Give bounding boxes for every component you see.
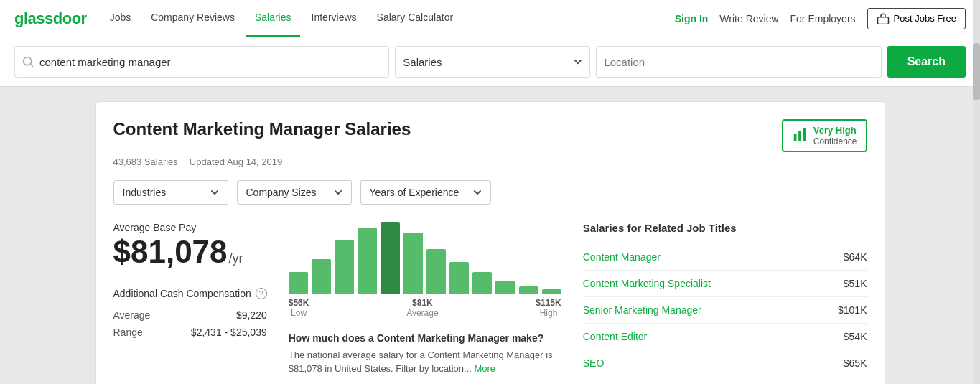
- search-bar: Salaries Search: [0, 37, 980, 87]
- related-job-row-1: Content Marketing Specialist$51K: [583, 271, 867, 297]
- scrollbar-thumb: [973, 43, 980, 100]
- related-job-row-4: SEO$65K: [583, 350, 867, 376]
- chart-bar-5: [403, 233, 423, 294]
- comp-average-row: Average $9,220: [113, 306, 267, 324]
- nav-right: Sign In Write Review For Employers Post …: [675, 8, 966, 29]
- chart-label-avg: $81K Average: [406, 298, 438, 318]
- svg-rect-3: [794, 134, 797, 141]
- related-title: Salaries for Related Job Titles: [583, 222, 867, 234]
- related-job-salary-2: $101K: [838, 304, 867, 316]
- chart-bar-8: [472, 272, 492, 294]
- related-job-salary-0: $64K: [844, 251, 867, 263]
- nav-salaries[interactable]: Salaries: [246, 0, 300, 37]
- industries-label: Industries: [123, 187, 167, 198]
- card-title: Content Marketing Manager Salaries: [113, 119, 411, 139]
- related-job-salary-3: $54K: [844, 331, 867, 342]
- related-job-link-4[interactable]: SEO: [583, 357, 605, 369]
- comp-average-value: $9,220: [236, 309, 267, 321]
- related-job-salary-1: $51K: [844, 278, 867, 289]
- avg-base-period: /yr: [229, 251, 243, 266]
- write-review-link[interactable]: Write Review: [719, 13, 778, 24]
- related-jobs-section: Salaries for Related Job Titles Content …: [583, 222, 867, 376]
- briefcase-icon: [877, 13, 890, 24]
- search-button[interactable]: Search: [887, 46, 966, 78]
- chart-desc-text: The national average salary for a Conten…: [289, 348, 561, 376]
- chart-bar-0: [289, 272, 308, 294]
- chart-bar-3: [358, 228, 377, 294]
- nav-company-reviews[interactable]: Company Reviews: [142, 0, 243, 37]
- related-job-row-2: Senior Marketing Manager$101K: [583, 297, 867, 324]
- location-input[interactable]: [604, 56, 873, 68]
- avg-base-amount: $81,078: [113, 236, 228, 268]
- industries-filter[interactable]: Industries: [113, 180, 228, 205]
- chart-bar-4: [381, 222, 400, 294]
- related-job-salary-4: $65K: [844, 357, 867, 369]
- post-jobs-label: Post Jobs Free: [894, 13, 956, 24]
- company-sizes-filter[interactable]: Company Sizes: [237, 180, 352, 205]
- sign-in-link[interactable]: Sign In: [675, 13, 709, 24]
- search-type-label: Salaries: [403, 56, 442, 68]
- card-meta: 43,683 Salaries Updated Aug 14, 2019: [113, 156, 867, 167]
- for-employers-link[interactable]: For Employers: [790, 13, 856, 24]
- company-sizes-label: Company Sizes: [246, 187, 317, 198]
- left-section: Average Base Pay $81,078 /yr Additional …: [113, 222, 267, 376]
- cash-comp-section: Additional Cash Compensation ? Average $…: [113, 288, 267, 341]
- related-job-link-0[interactable]: Content Manager: [583, 251, 661, 263]
- chart-description: How much does a Content Marketing Manage…: [289, 332, 561, 376]
- card-header: Content Marketing Manager Salaries Very …: [113, 119, 867, 152]
- chevron-down-icon: [473, 188, 482, 197]
- search-type-select[interactable]: Salaries: [395, 46, 590, 78]
- related-jobs-list: Content Manager$64KContent Marketing Spe…: [583, 244, 867, 376]
- post-jobs-button[interactable]: Post Jobs Free: [867, 8, 966, 29]
- chevron-down-icon: [334, 188, 342, 197]
- chevron-down-icon: [210, 188, 219, 197]
- scrollbar[interactable]: [973, 0, 980, 384]
- related-job-row-3: Content Editor$54K: [583, 324, 867, 350]
- chart-desc-title: How much does a Content Marketing Manage…: [289, 332, 561, 344]
- svg-rect-0: [877, 17, 888, 24]
- confidence-level: Very High: [813, 125, 857, 136]
- chart-label-high: $115K High: [536, 298, 561, 318]
- search-location-wrap: [596, 46, 881, 78]
- nav-jobs[interactable]: Jobs: [101, 0, 140, 37]
- years-experience-filter[interactable]: Years of Experience: [360, 180, 492, 205]
- search-input-wrap: [14, 46, 389, 78]
- nav-links: Jobs Company Reviews Salaries Interviews…: [101, 0, 675, 37]
- related-job-row-0: Content Manager$64K: [583, 244, 867, 271]
- comp-average-label: Average: [113, 309, 151, 321]
- years-experience-label: Years of Experience: [370, 187, 459, 198]
- svg-rect-5: [803, 128, 806, 141]
- cash-comp-title-text: Additional Cash Compensation: [113, 288, 251, 299]
- chevron-down-icon: [574, 57, 582, 66]
- chart-bar-11: [542, 289, 561, 294]
- cash-comp-title: Additional Cash Compensation ?: [113, 288, 267, 299]
- confidence-sub-label: Confidence: [813, 136, 857, 146]
- svg-rect-4: [798, 131, 801, 141]
- related-job-link-3[interactable]: Content Editor: [583, 331, 648, 342]
- nav-interviews[interactable]: Interviews: [303, 0, 365, 37]
- avg-base-label: Average Base Pay: [113, 222, 267, 233]
- comp-range-row: Range $2,431 - $25,039: [113, 324, 267, 341]
- chart-bar-7: [449, 262, 469, 294]
- comp-range-label: Range: [113, 327, 143, 338]
- search-input[interactable]: [39, 56, 381, 68]
- salary-card: Content Marketing Manager Salaries Very …: [95, 101, 885, 384]
- chart-bar-2: [335, 240, 354, 294]
- nav-salary-calculator[interactable]: Salary Calculator: [368, 0, 462, 37]
- svg-line-2: [30, 64, 33, 67]
- chart-labels: $56K Low $81K Average $115K High: [289, 298, 561, 318]
- main-content: Content Marketing Manager Salaries Very …: [0, 87, 980, 384]
- chart-bar-1: [312, 259, 331, 294]
- chart-bars: [289, 222, 561, 294]
- top-nav: glassdoor Jobs Company Reviews Salaries …: [0, 0, 980, 37]
- help-icon[interactable]: ?: [256, 288, 267, 299]
- confidence-badge: Very High Confidence: [782, 119, 867, 152]
- chart-bar-10: [519, 286, 538, 294]
- related-job-link-1[interactable]: Content Marketing Specialist: [583, 278, 711, 289]
- more-link[interactable]: More: [474, 363, 495, 374]
- chart-bar-6: [426, 249, 446, 294]
- related-job-link-2[interactable]: Senior Marketing Manager: [583, 304, 701, 316]
- content-area: Average Base Pay $81,078 /yr Additional …: [113, 222, 867, 376]
- chart-bar-9: [495, 281, 515, 294]
- chart-label-low: $56K Low: [289, 298, 309, 318]
